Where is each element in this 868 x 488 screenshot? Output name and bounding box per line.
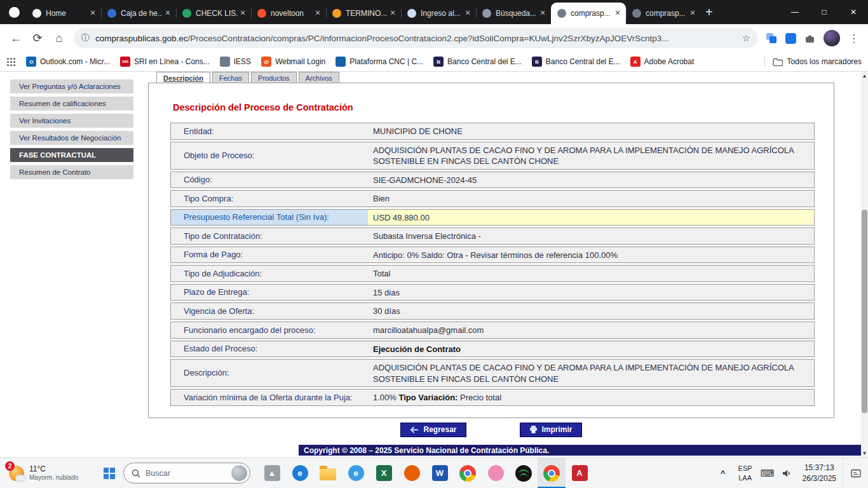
tab-archivos[interactable]: Archivos [299,72,339,83]
table-row: Tipo de Adjudicación:Total [170,265,815,282]
tab-close-icon[interactable]: × [688,8,698,18]
browser-tab[interactable]: Búsqueda...× [476,3,551,24]
firefox-icon[interactable] [398,458,426,488]
photos-icon[interactable]: ▲ [258,458,286,488]
table-row: Forma de Pago:Anticipo: 0% Saldo: Otra -… [170,247,815,264]
sidebar-item[interactable]: Ver Invitaciones [10,114,133,128]
file-explorer-icon[interactable] [314,458,342,488]
scroll-up-icon[interactable]: ▲ [861,72,868,80]
browser-tab-strip: Home×Caja de he...×CHECK LIS...×noveltoo… [0,0,868,24]
tab-close-icon[interactable]: × [88,8,98,18]
address-bar[interactable]: ⓘ compraspublicas.gob.ec/ProcesoContrata… [74,28,758,48]
scroll-down-icon[interactable]: ▼ [861,449,868,458]
refresh-icon[interactable]: ⟳ [27,27,48,49]
table-row: Tipo de Contratación:Subasta Inversa Ele… [170,227,815,245]
tab-favicon-icon [482,9,491,18]
bookmark-item[interactable]: BBanco Central del E... [527,54,625,69]
printer-icon [529,426,538,433]
weather-widget[interactable]: 2 11°C Mayorm. nublado [0,458,95,488]
table-row: Estado del Proceso:Ejecución de Contrato [170,341,815,358]
tab-favicon-icon [182,9,191,18]
url-text[interactable]: compraspublicas.gob.ec/ProcesoContrataci… [95,34,737,43]
language-indicator[interactable]: ESP LAA [733,464,758,482]
tab-close-icon[interactable]: × [313,8,323,18]
browser-tab[interactable]: noveltoon× [251,3,326,24]
excel-icon[interactable]: X [370,458,398,488]
translate-icon[interactable] [766,32,777,44]
sidebar-item[interactable]: Ver Preguntas y/ó Aclaraciones [10,79,133,93]
sidebar-item[interactable]: Resumen de Contrato [10,165,133,179]
row-label: Forma de Pago: [171,247,368,263]
bookmark-item[interactable]: Plataforma CNC | C... [330,54,428,69]
bookmark-item[interactable]: IESS [215,54,256,69]
bookmark-label: Webmail Login [275,57,325,66]
sidebar-item[interactable]: Ver Resultados de Negociación [10,131,133,145]
tab-productos[interactable]: Productos [251,72,297,83]
browser-tab[interactable]: Home× [26,3,101,24]
home-icon[interactable]: ⌂ [48,27,70,49]
scrollbar-thumb[interactable] [862,210,867,413]
print-button[interactable]: Imprimir [520,423,582,437]
action-center-icon[interactable] [843,458,868,488]
tab-close-icon[interactable]: × [163,8,173,18]
minimize-button[interactable]: — [780,0,810,24]
game-icon[interactable] [482,458,510,488]
edge-icon[interactable]: e [286,458,314,488]
browser-menu-icon[interactable]: ⋮ [848,32,859,45]
page-scrollbar[interactable]: ▲ ▼ [861,72,868,458]
row-value: 30 días [368,303,814,319]
start-button[interactable] [95,458,123,488]
process-tabs: DescripciónFechasProductosArchivos [156,72,834,83]
browser-tab[interactable]: comprasp...× [551,3,626,24]
taskbar-clock[interactable]: 15:37:13 26/3/2025 [796,463,843,483]
search-highlight-image[interactable] [231,465,247,481]
acrobat-icon[interactable]: A [566,458,593,488]
password-manager-icon[interactable] [785,33,796,44]
close-window-button[interactable]: ✕ [839,0,868,24]
tab-close-icon[interactable]: × [388,8,398,18]
spotify-icon[interactable] [510,458,538,488]
browser-tab[interactable]: CHECK LIS...× [176,3,251,24]
browser-tab[interactable]: comprasp...× [626,3,701,24]
tab-close-icon[interactable]: × [538,8,548,18]
windows-logo-icon [104,468,115,479]
touch-keyboard-icon[interactable]: ⌨ [758,468,777,479]
notification-badge: 2 [5,461,15,471]
bookmark-star-icon[interactable]: ☆ [742,32,750,44]
maximize-button[interactable]: □ [810,0,839,24]
site-info-icon[interactable]: ⓘ [81,32,90,44]
chrome-icon[interactable] [454,458,482,488]
browser-tab[interactable]: TERMINO...× [326,3,401,24]
bookmark-item[interactable]: @Webmail Login [256,54,330,69]
profile-avatar[interactable] [824,30,840,46]
tab-descripción[interactable]: Descripción [156,72,210,83]
taskbar: 2 11°C Mayorm. nublado Buscar ▲eeXWA ^ E… [0,458,868,488]
browser-tab[interactable]: Caja de he...× [101,3,176,24]
row-label: Descripción: [171,360,368,386]
volume-icon[interactable] [777,469,796,478]
bookmark-item[interactable]: BBanco Central del E... [428,54,527,69]
sidebar-item[interactable]: Resumen de calificaciones [10,97,133,111]
back-icon[interactable]: ← [5,27,27,49]
word-icon[interactable]: W [426,458,454,488]
bookmark-item[interactable]: AAdobe Acrobat [625,54,700,69]
bookmark-item[interactable]: OOutlook.com - Micr... [21,54,115,69]
tab-fechas[interactable]: Fechas [212,72,249,83]
window-controls: — □ ✕ [780,0,868,24]
browser-tab[interactable]: Ingreso al...× [401,3,476,24]
back-button[interactable]: Regresar [400,423,466,437]
bookmark-item[interactable]: SRISRI en Línea - Cons... [115,54,215,69]
browser-logo-icon[interactable] [9,7,20,18]
taskbar-search-input[interactable]: Buscar [123,463,250,484]
edge-legacy-icon[interactable]: e [342,458,370,488]
tab-close-icon[interactable]: × [238,8,248,18]
tab-close-icon[interactable]: × [613,8,623,18]
new-tab-button[interactable]: + [705,6,713,18]
apps-grid-icon[interactable] [6,57,16,67]
tray-expand-icon[interactable]: ^ [714,468,733,478]
chrome-active-icon[interactable] [538,458,566,488]
tab-close-icon[interactable]: × [463,8,473,18]
extensions-puzzle-icon[interactable] [804,33,815,44]
row-value: Total [368,266,814,281]
all-bookmarks-button[interactable]: Todos los marcadores [764,55,862,68]
